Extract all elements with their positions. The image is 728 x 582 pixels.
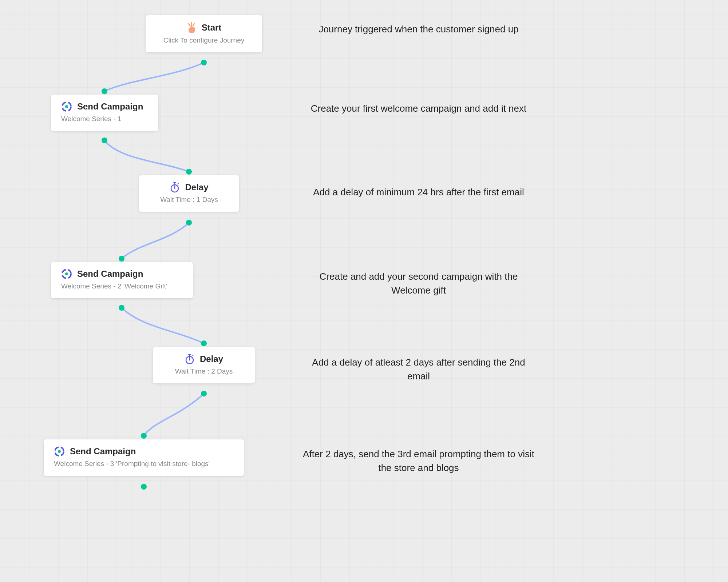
caption-campaign-2: Create and add your second campaign with… [302,270,535,297]
caption-delay-2: Add a delay of atleast 2 days after send… [302,356,535,383]
connector-dot [201,340,207,346]
campaign-icon [61,268,72,279]
node-send-campaign-2[interactable]: Send Campaign Welcome Series - 2 'Welcom… [51,262,193,298]
svg-point-8 [65,272,68,275]
connector-dot [119,256,124,262]
node-title: Send Campaign [77,269,143,279]
svg-line-4 [178,183,178,184]
node-subtitle: Wait Time : 2 Days [163,367,245,375]
node-subtitle: Wait Time : 1 Days [149,196,229,204]
node-subtitle: Welcome Series - 2 'Welcome Gift' [61,282,183,290]
tap-icon [186,22,197,33]
node-title: Delay [200,354,223,364]
node-subtitle: Welcome Series - 1 [61,115,148,123]
svg-line-11 [193,355,193,356]
caption-campaign-3: After 2 days, send the 3rd email prompti… [302,447,535,475]
connector-dot [186,169,192,175]
node-start[interactable]: Start Click To configure Journey [146,15,262,52]
campaign-icon [54,446,65,457]
svg-point-1 [65,105,68,108]
node-title: Delay [185,182,208,192]
connector-dot [201,391,207,396]
stopwatch-icon [185,354,195,364]
node-title: Send Campaign [70,446,136,457]
node-title: Send Campaign [77,101,143,112]
connector-dot [119,305,124,311]
svg-point-15 [58,450,61,453]
connector-dot [102,137,107,143]
stopwatch-icon [170,182,180,193]
journey-canvas: Start Click To configure Journey Send Ca… [0,0,728,582]
node-send-campaign-1[interactable]: Send Campaign Welcome Series - 1 [51,95,158,131]
caption-delay-1: Add a delay of minimum 24 hrs after the … [302,186,535,199]
node-send-campaign-3[interactable]: Send Campaign Welcome Series - 3 'Prompt… [44,439,244,476]
connector-dot [186,220,192,226]
connector-dot [141,484,147,490]
node-delay-2[interactable]: Delay Wait Time : 2 Days [153,347,255,383]
caption-campaign-1: Create your first welcome campaign and a… [302,102,535,116]
campaign-icon [61,101,72,112]
node-title: Start [202,23,222,33]
connector-dot [141,433,147,439]
svg-rect-9 [188,354,191,355]
svg-rect-2 [173,182,176,183]
connector-dot [201,60,207,65]
node-delay-1[interactable]: Delay Wait Time : 1 Days [139,175,239,212]
caption-start: Journey triggered when the customer sign… [302,23,535,36]
node-subtitle: Welcome Series - 3 'Prompting to visit s… [54,460,234,468]
node-subtitle: Click To configure Journey [156,36,252,44]
connector-dot [102,88,107,94]
